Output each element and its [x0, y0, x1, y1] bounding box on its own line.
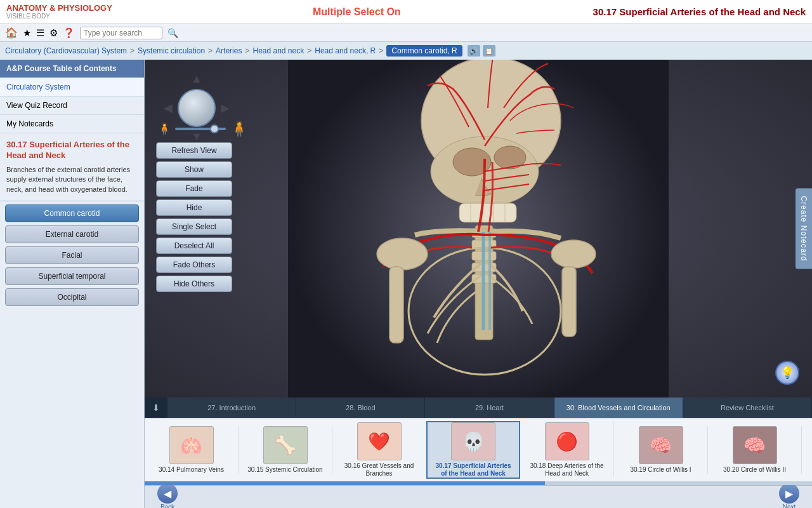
- list-icon[interactable]: ☰: [36, 27, 44, 39]
- svg-rect-19: [390, 267, 403, 343]
- breadcrumb-icons: 🔊 📋: [468, 45, 495, 57]
- svg-rect-5: [459, 203, 516, 222]
- thumbnail-label: 30.18 Deep Arteries of the Head and Neck: [526, 462, 608, 478]
- chapter-tabs-container: 27. Introduction28. Blood29. Heart30. Bl…: [167, 398, 812, 418]
- structure-button[interactable]: Occipital: [5, 288, 139, 306]
- thumbnail-label: 30.17 Superficial Arteries of the Head a…: [432, 462, 514, 478]
- fade-others-button[interactable]: Fade Others: [156, 257, 232, 273]
- thumbnail-label: 30.16 Great Vessels and Branches: [338, 462, 421, 478]
- back-label: Back: [160, 504, 174, 508]
- structure-buttons: Common carotidExternal carotidFacialSupe…: [0, 201, 144, 309]
- search-input[interactable]: [80, 27, 162, 39]
- chapter-tab[interactable]: 29. Heart: [425, 398, 554, 418]
- thumbnail-item[interactable]: 🦴30.15 Systemic Circulation: [239, 426, 332, 474]
- logo-text: ANATOMY & PHYSIOLOGY: [6, 4, 112, 13]
- create-notecard-tab[interactable]: Create Notecard: [796, 188, 812, 269]
- breadcrumb-item-3[interactable]: Head and neck: [252, 46, 304, 55]
- chapter-tab[interactable]: 27. Introduction: [167, 398, 296, 418]
- model-background: [145, 60, 812, 398]
- top-bar: ANATOMY & PHYSIOLOGY VISIBLE BODY Multip…: [0, 0, 812, 24]
- back-arrow-icon: ◀: [157, 483, 178, 504]
- single-select-button[interactable]: Single Select: [156, 218, 232, 235]
- 3d-viewer[interactable]: ▲ ◀ ▶ ▼ 🧍 🧍 Refresh View Show: [145, 60, 812, 398]
- anatomy-model-svg: [288, 60, 669, 398]
- breadcrumb-item-0[interactable]: Circulatory (Cardiovascular) System: [5, 46, 127, 55]
- breadcrumb-item-2[interactable]: Arteries: [216, 46, 242, 55]
- thumbnail-item[interactable]: 🧠30.20 Circle of Willis II: [708, 426, 802, 474]
- svg-point-17: [377, 238, 428, 270]
- thumbnail-label: 30.15 Systemic Circulation: [247, 466, 322, 474]
- center-3d-area: ▲ ◀ ▶ ▼ 🧍 🧍 Refresh View Show: [145, 60, 812, 508]
- fade-button[interactable]: Fade: [156, 180, 232, 197]
- home-icon[interactable]: 🏠: [5, 27, 18, 39]
- sidebar-nav-items: A&P Course Table of ContentsCirculatory …: [0, 60, 144, 133]
- breadcrumb-item-1[interactable]: Systemic circulation: [138, 46, 205, 55]
- thumbnail-item[interactable]: 💀30.17 Superficial Arteries of the Head …: [426, 421, 520, 479]
- logo-area: ANATOMY & PHYSIOLOGY VISIBLE BODY: [6, 4, 121, 20]
- nav-left-arrow[interactable]: ◀: [164, 101, 173, 115]
- hide-button[interactable]: Hide: [156, 199, 232, 216]
- chapter-tab[interactable]: Review Checklist: [683, 398, 812, 418]
- logo-sub: VISIBLE BODY: [6, 13, 112, 20]
- nav-right-arrow[interactable]: ▶: [221, 101, 230, 115]
- next-button[interactable]: ▶ Next: [779, 483, 799, 508]
- breadcrumb-active[interactable]: Common carotid, R: [386, 45, 462, 57]
- next-arrow-icon: ▶: [779, 483, 799, 504]
- sidebar-nav-item[interactable]: Circulatory System: [0, 78, 144, 97]
- chapter-tabs-arrow[interactable]: ⬇: [145, 398, 167, 418]
- sidebar-title-section: 30.17 Superficial Arteries of the Head a…: [0, 133, 144, 201]
- info-icon[interactable]: 📋: [483, 45, 495, 57]
- size-slider-track[interactable]: [175, 128, 226, 130]
- thumbnail-item[interactable]: 🧠30.19 Circle of Willis I: [614, 426, 708, 474]
- next-label: Next: [783, 504, 796, 508]
- small-figure-icon: 🧍: [157, 122, 171, 136]
- multiple-select-label: Multiple Select On: [121, 6, 593, 18]
- back-button[interactable]: ◀ Back: [157, 483, 178, 508]
- hide-others-button[interactable]: Hide Others: [156, 276, 232, 292]
- refresh-view-button[interactable]: Refresh View: [156, 142, 232, 159]
- audio-icon[interactable]: 🔊: [468, 45, 480, 57]
- structure-button[interactable]: External carotid: [5, 225, 139, 243]
- search-icon[interactable]: 🔍: [167, 28, 178, 38]
- chapter-tab[interactable]: 30. Blood Vessels and Circulation: [554, 398, 683, 418]
- structure-button[interactable]: Common carotid: [5, 204, 139, 222]
- thumbnail-label: 30.14 Pulmonary Veins: [159, 466, 224, 474]
- lightbulb-button[interactable]: 💡: [775, 361, 799, 385]
- structure-button[interactable]: Superficial temporal: [5, 267, 139, 285]
- bookmark-icon[interactable]: ★: [23, 27, 31, 39]
- thumbnail-progress-fill: [145, 481, 545, 485]
- settings-icon[interactable]: ⚙: [49, 27, 58, 39]
- thumbnail-progress-bar: [145, 481, 812, 485]
- thumbnail-item[interactable]: ❤️30.16 Great Vessels and Branches: [332, 422, 426, 478]
- chapter-tab[interactable]: 28. Blood: [296, 398, 425, 418]
- large-figure-icon: 🧍: [230, 120, 249, 138]
- page-title: 30.17 Superficial Arteries of the Head a…: [593, 6, 806, 17]
- structure-button[interactable]: Facial: [5, 246, 139, 264]
- sidebar-nav-item[interactable]: My Notecards: [0, 115, 144, 133]
- breadcrumb-item-4[interactable]: Head and neck, R: [315, 46, 376, 55]
- bottom-navigation: ◀ Back ▶ Next: [145, 485, 812, 508]
- deselect-all-button[interactable]: Deselect All: [156, 237, 232, 254]
- lesson-desc: Branches of the external carotid arterie…: [6, 165, 138, 194]
- thumbnail-label: 30.19 Circle of Willis I: [630, 466, 691, 474]
- action-buttons: Refresh View Show Fade Hide Single Selec…: [156, 142, 232, 292]
- thumbnail-label: 30.20 Circle of Willis II: [723, 466, 786, 474]
- main-area: A&P Course Table of ContentsCirculatory …: [0, 60, 812, 508]
- thumbnails-strip: 🫁30.14 Pulmonary Veins🦴30.15 Systemic Ci…: [145, 418, 812, 481]
- lesson-title: 30.17 Superficial Arteries of the Head a…: [6, 140, 138, 161]
- toolbar-row: 🏠 ★ ☰ ⚙ ❓ 🔍: [0, 24, 812, 42]
- breadcrumb: Circulatory (Cardiovascular) System > Sy…: [0, 42, 812, 60]
- sidebar-nav-item[interactable]: A&P Course Table of Contents: [0, 60, 144, 78]
- thumbnail-item[interactable]: 🫁30.14 Pulmonary Veins: [145, 426, 239, 474]
- sidebar: A&P Course Table of ContentsCirculatory …: [0, 60, 145, 508]
- nav-up-arrow[interactable]: ▲: [191, 72, 202, 86]
- show-button[interactable]: Show: [156, 161, 232, 178]
- sidebar-nav-item[interactable]: View Quiz Record: [0, 97, 144, 115]
- thumbnail-item[interactable]: 🔴30.18 Deep Arteries of the Head and Nec…: [520, 422, 614, 478]
- svg-rect-20: [562, 267, 576, 337]
- chapter-tabs: ⬇ 27. Introduction28. Blood29. Heart30. …: [145, 398, 812, 418]
- svg-point-18: [551, 240, 596, 268]
- size-control: 🧍 🧍: [157, 120, 249, 138]
- size-slider-thumb[interactable]: [210, 124, 219, 133]
- help-icon[interactable]: ❓: [63, 27, 75, 39]
